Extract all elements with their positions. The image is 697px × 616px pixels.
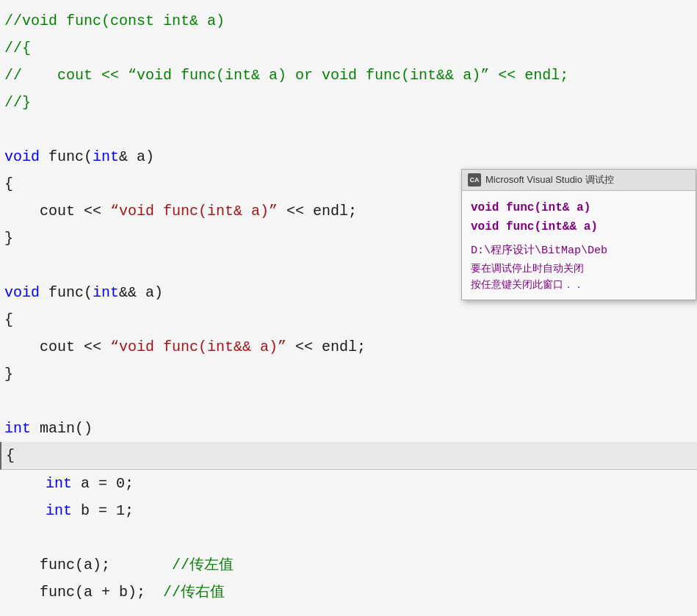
code-line-21: func(a); //传左值 <box>0 551 697 579</box>
code-line-14: } <box>0 360 697 388</box>
code-line-20 <box>0 524 697 551</box>
debug-popup: CA Microsoft Visual Studio 调试控 void func… <box>461 169 696 300</box>
popup-info-1: 要在调试停止时自动关闭 <box>471 260 687 276</box>
code-line-13: cout << “void func(int&& a)” << endl; <box>0 333 697 360</box>
popup-title: Microsoft Visual Studio 调试控 <box>485 173 614 186</box>
vs-icon: CA <box>468 173 481 186</box>
code-editor: //void func(const int& a) //{ // cout <<… <box>0 0 697 616</box>
code-line-19: int b = 1; <box>0 497 697 524</box>
code-line-12: { <box>0 306 697 333</box>
code-line-1: //void func(const int& a) <box>0 7 697 35</box>
popup-func-1: void func(int& a) <box>471 198 687 217</box>
popup-path: D:\程序设计\BitMap\Deb <box>471 242 687 260</box>
code-line-16: int main() <box>0 415 697 442</box>
popup-info-2: 按任意键关闭此窗口．． <box>471 276 687 292</box>
code-line-17: { <box>0 442 697 470</box>
code-line-2: //{ <box>0 35 697 62</box>
popup-titlebar: CA Microsoft Visual Studio 调试控 <box>462 170 696 191</box>
code-line-6: void func( int & a) <box>0 143 697 170</box>
code-line-3: // cout << “void func(int& a) or void fu… <box>0 62 697 89</box>
code-line-18: int a = 0; <box>0 470 697 497</box>
code-line-15 <box>0 388 697 415</box>
code-line-5 <box>0 116 697 143</box>
popup-body: void func(int& a) void func(int&& a) D:\… <box>462 191 696 300</box>
code-line-22: func(a + b); //传右值 <box>0 579 697 606</box>
code-line-4: //} <box>0 89 697 116</box>
popup-func-2: void func(int&& a) <box>471 217 687 236</box>
